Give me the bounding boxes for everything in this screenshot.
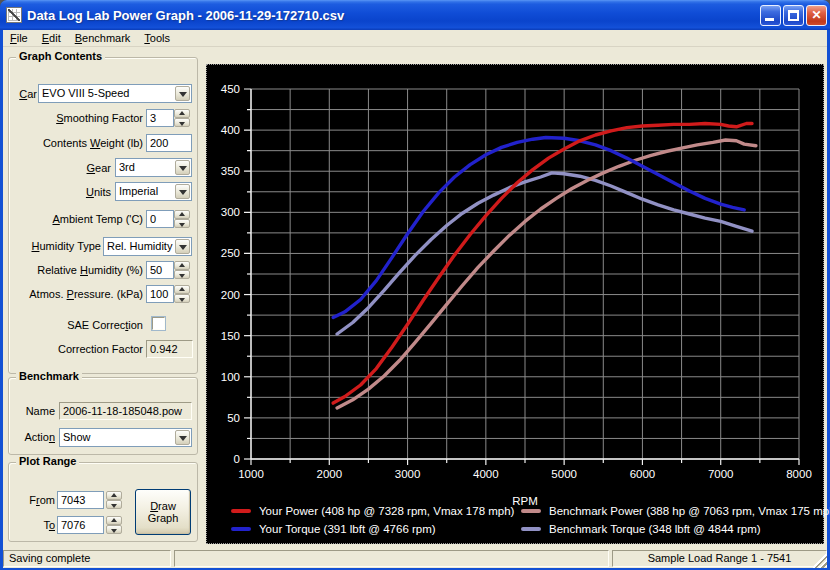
chevron-down-icon (179, 223, 185, 227)
relative-humidity-input[interactable] (146, 261, 174, 279)
svg-text:400: 400 (221, 124, 240, 136)
svg-text:200: 200 (221, 289, 240, 301)
svg-text:8000: 8000 (786, 468, 812, 480)
ambient-temp-input[interactable] (146, 210, 174, 228)
weight-input[interactable] (146, 134, 192, 152)
humidity-type-select-value: Rel. Humidity (107, 240, 172, 252)
group-graph-contents-title: Graph Contents (16, 50, 105, 62)
units-dropdown-button[interactable] (175, 184, 190, 199)
units-label: Units (19, 186, 111, 198)
legend-benchmark-power: Benchmark Power (388 hp @ 7063 rpm, Vmax… (549, 505, 830, 517)
plot-to-input[interactable] (57, 516, 104, 534)
maximize-icon (788, 10, 799, 21)
spin-down-button[interactable] (174, 219, 190, 228)
maximize-button[interactable] (783, 5, 804, 26)
resize-grip[interactable] (813, 554, 827, 568)
minimize-icon (765, 18, 774, 21)
spin-down-button[interactable] (106, 500, 122, 509)
chevron-down-icon (179, 92, 187, 97)
draw-graph-button[interactable]: Draw Graph (135, 489, 191, 535)
title-bar[interactable]: Data Log Lab Power Graph - 2006-11-29-17… (0, 0, 830, 30)
ambient-temp-spinner[interactable] (174, 210, 190, 228)
svg-text:4000: 4000 (473, 468, 499, 480)
group-plot-range: Plot Range From To Draw Graph (8, 462, 198, 542)
pressure-label: Atmos. Pressure. (kPa) (19, 288, 143, 300)
svg-text:250: 250 (221, 247, 240, 259)
svg-text:5000: 5000 (551, 468, 577, 480)
svg-text:300: 300 (221, 206, 240, 218)
relative-humidity-label: Relative Humidity (%) (19, 264, 143, 276)
chevron-up-icon (179, 111, 185, 115)
chevron-down-icon (179, 436, 187, 441)
pressure-spinner[interactable] (174, 285, 190, 303)
spin-up-button[interactable] (174, 210, 190, 219)
correction-factor-label: Correction Factor (19, 343, 143, 355)
plot-to-spinner[interactable] (106, 516, 122, 534)
close-button[interactable]: ✕ (806, 5, 827, 26)
chevron-down-icon (179, 122, 185, 126)
status-message: Saving complete (3, 550, 171, 567)
gear-select[interactable]: 3rd (115, 158, 192, 177)
menu-file[interactable]: File (3, 31, 35, 45)
group-benchmark: Benchmark Name 2006-11-18-185048.pow Act… (8, 377, 198, 455)
pressure-input[interactable] (146, 285, 174, 303)
humidity-type-select[interactable]: Rel. Humidity (103, 237, 192, 256)
spin-up-button[interactable] (106, 516, 122, 525)
window-title: Data Log Lab Power Graph - 2006-11-29-17… (27, 8, 344, 23)
spin-down-button[interactable] (174, 270, 190, 279)
legend-your-torque: Your Torque (391 lbft @ 4766 rpm) (259, 523, 436, 535)
minimize-button[interactable] (760, 5, 781, 26)
car-select[interactable]: EVO VIII 5-Speed (38, 84, 192, 103)
spin-down-button[interactable] (106, 525, 122, 534)
svg-text:1000: 1000 (238, 468, 264, 480)
legend-benchmark-torque: Benchmark Torque (348 lbft @ 4844 rpm) (549, 523, 761, 535)
car-dropdown-button[interactable] (175, 86, 190, 101)
power-graph-svg: 0501001502002503003504004501000200030004… (207, 65, 823, 541)
menu-tools[interactable]: Tools (137, 31, 177, 45)
app-window: Data Log Lab Power Graph - 2006-11-29-17… (0, 0, 830, 570)
spin-down-button[interactable] (174, 118, 190, 127)
spin-down-button[interactable] (174, 294, 190, 303)
ambient-temp-label: Ambient Temp ('C) (19, 213, 143, 225)
smoothing-input[interactable] (146, 109, 174, 127)
weight-label: Contents Weight (lb) (19, 137, 143, 149)
humidity-type-dropdown-button[interactable] (175, 239, 190, 254)
benchmark-name-value: 2006-11-18-185048.pow (59, 402, 192, 420)
menu-bar: File Edit Benchmark Tools (3, 30, 827, 47)
svg-text:450: 450 (221, 83, 240, 95)
chevron-up-icon (111, 518, 117, 522)
svg-text:50: 50 (227, 412, 240, 424)
menu-edit[interactable]: Edit (35, 31, 68, 45)
plot-from-input[interactable] (57, 491, 104, 509)
spin-up-button[interactable] (174, 285, 190, 294)
correction-factor-value: 0.942 (146, 340, 193, 358)
sae-correction-checkbox[interactable] (152, 317, 165, 330)
menu-benchmark[interactable]: Benchmark (68, 31, 138, 45)
plot-from-label: From (15, 494, 55, 506)
sae-correction-label: SAE Correction (19, 319, 143, 331)
plot-from-spinner[interactable] (106, 491, 122, 509)
car-label: Car (11, 88, 37, 100)
action-dropdown-button[interactable] (175, 430, 190, 445)
spin-up-button[interactable] (106, 491, 122, 500)
group-benchmark-title: Benchmark (16, 370, 82, 382)
plot-to-label: To (15, 519, 55, 531)
power-graph-panel[interactable]: 0501001502002503003504004501000200030004… (206, 64, 824, 544)
smoothing-spinner[interactable] (174, 109, 190, 127)
gear-select-value: 3rd (119, 161, 135, 173)
legend-swatch-your-power (231, 509, 251, 513)
group-plot-range-title: Plot Range (16, 455, 79, 467)
benchmark-action-select[interactable]: Show (59, 428, 192, 447)
chevron-down-icon (179, 274, 185, 278)
benchmark-action-label: Action (15, 431, 55, 443)
group-graph-contents: Graph Contents Car EVO VIII 5-Speed Smoo… (8, 57, 198, 374)
units-select[interactable]: Imperial (115, 182, 192, 201)
spin-up-button[interactable] (174, 109, 190, 118)
legend-swatch-benchmark-torque (521, 527, 541, 531)
spin-up-button[interactable] (174, 261, 190, 270)
relative-humidity-spinner[interactable] (174, 261, 190, 279)
svg-text:100: 100 (221, 371, 240, 383)
chevron-down-icon (179, 166, 187, 171)
gear-dropdown-button[interactable] (175, 160, 190, 175)
chevron-up-icon (179, 287, 185, 291)
